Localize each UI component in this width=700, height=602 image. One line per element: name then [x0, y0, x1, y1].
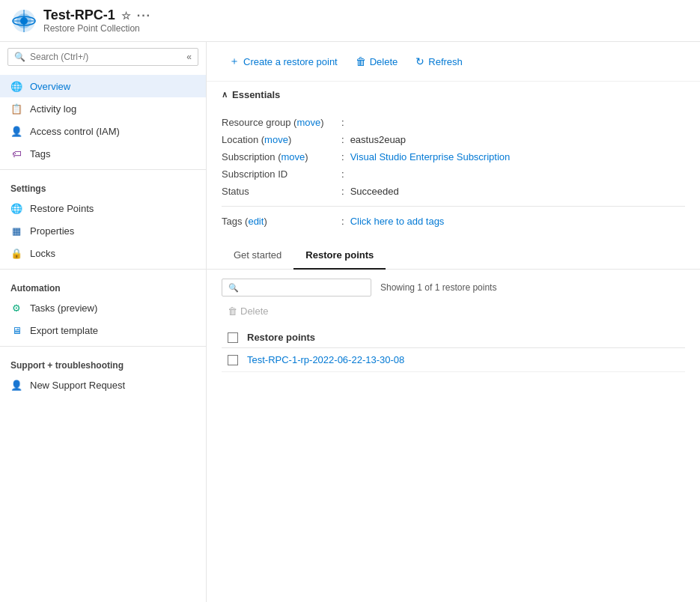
resource-group-row: Resource group (move) : — [222, 114, 685, 131]
sidebar-item-label: Export template — [30, 325, 98, 336]
list-icon: 📋 — [10, 103, 22, 115]
support-icon: 👤 — [10, 379, 22, 391]
sidebar-item-label: New Support Request — [30, 380, 125, 391]
sidebar: 🔍 « 🌐 Overview 📋 Activity log 👤 Access c… — [0, 42, 207, 602]
sidebar-item-restore-points[interactable]: 🌐 Restore Points — [0, 197, 206, 219]
sidebar-item-label: Overview — [30, 81, 70, 92]
automation-section-header: Automation — [0, 274, 206, 297]
search-icon: 🔍 — [14, 52, 25, 62]
restore-icon: 🌐 — [10, 202, 22, 214]
create-restore-point-button[interactable]: ＋ Create a restore point — [222, 51, 345, 72]
tag-icon: 🏷 — [10, 148, 22, 159]
resource-group-move-link[interactable]: move — [296, 117, 320, 128]
delete-button[interactable]: 🗑 Delete — [348, 52, 406, 71]
sidebar-item-label: Tasks (preview) — [30, 302, 97, 314]
tab-restore-points[interactable]: Restore points — [293, 242, 386, 270]
sidebar-item-support[interactable]: 👤 New Support Request — [0, 374, 206, 396]
table-header-row: Restore points — [222, 327, 685, 348]
tags-edit-link[interactable]: edit — [248, 216, 264, 227]
sidebar-item-label: Locks — [30, 248, 55, 259]
tags-row: Tags (edit) : Click here to add tags — [222, 213, 685, 230]
sidebar-item-label: Tags — [30, 148, 50, 159]
main-layout: 🔍 « 🌐 Overview 📋 Activity log 👤 Access c… — [0, 42, 700, 602]
export-icon: 🖥 — [10, 324, 22, 336]
sidebar-item-label: Activity log — [30, 103, 76, 115]
settings-section-header: Settings — [0, 174, 206, 197]
sidebar-item-tasks[interactable]: ⚙ Tasks (preview) — [0, 297, 206, 319]
more-options-icon[interactable]: ··· — [137, 9, 151, 22]
sidebar-item-access-control[interactable]: 👤 Access control (IAM) — [0, 120, 206, 142]
sidebar-item-export[interactable]: 🖥 Export template — [0, 319, 206, 341]
delete-icon: 🗑 — [356, 55, 366, 67]
table-search-box[interactable]: 🔍 — [222, 279, 371, 297]
select-all-checkbox[interactable] — [228, 332, 238, 343]
sidebar-item-label: Access control (IAM) — [30, 126, 120, 137]
sidebar-search-box[interactable]: 🔍 « — [7, 48, 198, 66]
sidebar-item-overview[interactable]: 🌐 Overview — [0, 75, 206, 97]
row-checkbox[interactable] — [228, 355, 238, 365]
trash-icon: 🗑 — [228, 305, 237, 317]
sidebar-item-activity-log[interactable]: 📋 Activity log — [0, 97, 206, 120]
table-actions-bar: 🗑 Delete — [222, 302, 685, 320]
subscription-value-link[interactable]: Visual Studio Enterprise Subscription — [350, 151, 511, 162]
status-row: Status : Succeeded — [222, 183, 685, 200]
favorite-star-icon[interactable]: ☆ — [121, 10, 131, 22]
app-header: Test-RPC-1 ☆ ··· Restore Point Collectio… — [0, 0, 700, 42]
tasks-icon: ⚙ — [10, 302, 22, 314]
table-search-input[interactable] — [242, 282, 365, 293]
column-header-name: Restore points — [247, 332, 679, 343]
resource-name: Test-RPC-1 — [43, 7, 115, 23]
person-icon: 👤 — [10, 125, 22, 137]
table-delete-button[interactable]: 🗑 Delete — [222, 302, 275, 320]
globe-icon: 🌐 — [10, 80, 22, 92]
resource-type: Restore Point Collection — [43, 23, 151, 34]
restore-point-link[interactable]: Test-RPC-1-rp-2022-06-22-13-30-08 — [247, 354, 679, 365]
essentials-section-header[interactable]: ∧ Essentials — [207, 82, 700, 108]
sidebar-nav: 🌐 Overview 📋 Activity log 👤 Access contr… — [0, 72, 206, 399]
tab-get-started[interactable]: Get started — [222, 242, 293, 270]
main-content: ＋ Create a restore point 🗑 Delete ↻ Refr… — [207, 42, 700, 602]
showing-count: Showing 1 of 1 restore points — [380, 282, 496, 293]
location-row: Location (move) : eastus2euap — [222, 131, 685, 148]
chevron-up-icon: ∧ — [222, 90, 228, 100]
restore-points-table-area: 🔍 Showing 1 of 1 restore points 🗑 Delete… — [207, 270, 700, 381]
plus-icon: ＋ — [229, 55, 240, 68]
sidebar-item-label: Restore Points — [30, 203, 94, 214]
sidebar-item-properties[interactable]: ▦ Properties — [0, 219, 206, 242]
search-input[interactable] — [30, 52, 186, 62]
add-tags-link[interactable]: Click here to add tags — [350, 216, 445, 227]
sidebar-item-label: Properties — [30, 225, 74, 237]
resource-title: Test-RPC-1 ☆ ··· Restore Point Collectio… — [43, 7, 151, 34]
location-move-link[interactable]: move — [264, 134, 288, 145]
subscription-row: Subscription (move) : Visual Studio Ente… — [222, 148, 685, 165]
table-row: Test-RPC-1-rp-2022-06-22-13-30-08 — [222, 348, 685, 372]
essentials-panel: Resource group (move) : Location (move) … — [207, 108, 700, 242]
subscription-id-row: Subscription ID : — [222, 165, 685, 183]
app-icon — [12, 9, 36, 33]
refresh-icon: ↻ — [416, 55, 424, 67]
refresh-button[interactable]: ↻ Refresh — [408, 52, 470, 71]
lock-icon: 🔒 — [10, 247, 22, 259]
sidebar-item-locks[interactable]: 🔒 Locks — [0, 242, 206, 264]
table-toolbar: 🔍 Showing 1 of 1 restore points — [222, 279, 685, 297]
sidebar-item-tags[interactable]: 🏷 Tags — [0, 142, 206, 165]
main-toolbar: ＋ Create a restore point 🗑 Delete ↻ Refr… — [207, 42, 700, 82]
table-search-icon: 🔍 — [228, 283, 239, 293]
support-section-header: Support + troubleshooting — [0, 351, 206, 374]
collapse-icon[interactable]: « — [186, 52, 192, 62]
essentials-title: Essentials — [232, 89, 280, 100]
content-tabs: Get started Restore points — [207, 242, 700, 270]
subscription-move-link[interactable]: move — [281, 151, 305, 162]
properties-icon: ▦ — [10, 225, 22, 237]
